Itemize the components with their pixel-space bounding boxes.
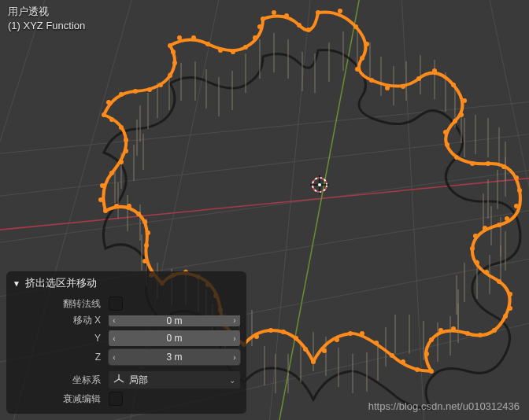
move-z-field[interactable]: ‹ 3 m ›	[109, 349, 240, 365]
svg-point-25	[451, 83, 456, 87]
svg-point-28	[453, 119, 457, 123]
svg-point-100	[119, 92, 124, 97]
svg-point-51	[465, 331, 470, 336]
svg-point-64	[322, 348, 327, 353]
svg-point-24	[432, 68, 437, 73]
svg-point-113	[243, 45, 248, 50]
decrement-icon[interactable]: ‹	[109, 349, 120, 365]
svg-point-125	[318, 183, 321, 186]
svg-point-15	[338, 9, 342, 13]
svg-point-97	[109, 117, 114, 122]
orientation-label: 坐标系	[6, 374, 109, 387]
svg-point-63	[335, 337, 339, 342]
svg-point-101	[133, 89, 138, 94]
svg-point-99	[106, 100, 111, 105]
flip-normals-label: 翻转法线	[6, 297, 109, 311]
svg-point-110	[205, 42, 210, 46]
move-x-field[interactable]: ‹ 0 m ›	[109, 315, 240, 326]
svg-point-107	[168, 43, 172, 48]
svg-point-40	[483, 226, 487, 230]
increment-icon[interactable]: ›	[229, 349, 240, 365]
move-y-label: Y	[6, 333, 109, 344]
svg-point-48	[503, 314, 508, 319]
svg-point-52	[451, 326, 456, 331]
svg-point-59	[390, 353, 394, 358]
svg-point-54	[429, 337, 434, 342]
increment-icon[interactable]: ›	[229, 316, 240, 325]
svg-point-43	[475, 260, 479, 265]
svg-point-39	[497, 223, 501, 227]
svg-point-87	[127, 204, 131, 208]
svg-point-56	[429, 369, 434, 374]
svg-point-119	[297, 23, 301, 28]
svg-point-88	[114, 204, 119, 208]
svg-point-18	[360, 56, 364, 61]
svg-point-108	[177, 35, 182, 40]
svg-point-70	[254, 334, 259, 339]
svg-point-90	[98, 197, 103, 202]
svg-point-104	[168, 73, 172, 78]
decrement-icon[interactable]: ‹	[109, 330, 120, 346]
orientation-dropdown[interactable]: 局部 ⌄	[109, 371, 240, 389]
svg-point-62	[348, 331, 353, 336]
svg-point-44	[484, 270, 489, 274]
svg-point-27	[459, 112, 464, 117]
svg-point-118	[284, 13, 289, 18]
svg-point-84	[146, 230, 150, 235]
svg-point-89	[103, 208, 108, 213]
svg-point-68	[281, 330, 286, 334]
operator-panel: ▼ 挤出选区并移动 翻转法线 移动 X ‹ 0 m › Y ‹ 0 m › Z	[6, 271, 246, 414]
chevron-down-icon: ⌄	[229, 376, 235, 385]
operator-panel-header[interactable]: ▼ 挤出选区并移动	[6, 271, 246, 295]
increment-icon[interactable]: ›	[229, 330, 240, 346]
svg-point-114	[253, 35, 257, 40]
decrement-icon[interactable]: ‹	[109, 316, 120, 325]
svg-point-26	[462, 98, 467, 103]
svg-line-127	[114, 379, 119, 382]
orientation-local-icon	[113, 374, 124, 387]
svg-point-85	[142, 219, 147, 224]
svg-point-47	[508, 306, 512, 311]
svg-point-29	[443, 130, 448, 134]
svg-point-49	[492, 328, 497, 333]
disclosure-triangle-icon: ▼	[13, 279, 20, 288]
svg-point-34	[501, 164, 506, 169]
svg-point-23	[416, 76, 421, 81]
move-z-label: Z	[6, 352, 109, 363]
svg-point-14	[316, 10, 320, 15]
viewport-view-mode: 用户透视	[8, 5, 85, 19]
svg-point-19	[355, 67, 360, 72]
svg-point-17	[364, 42, 369, 46]
svg-point-116	[261, 17, 265, 21]
svg-point-95	[124, 138, 128, 142]
operator-panel-title: 挤出选区并移动	[25, 276, 97, 290]
flip-normals-checkbox[interactable]	[109, 297, 123, 311]
svg-point-82	[142, 259, 147, 263]
svg-point-60	[374, 341, 379, 345]
svg-point-32	[470, 161, 475, 166]
svg-point-106	[171, 50, 176, 54]
proportional-checkbox[interactable]	[109, 392, 123, 406]
viewport-object-label: (1) XYZ Function	[8, 19, 85, 33]
svg-point-37	[514, 204, 519, 208]
svg-point-83	[144, 243, 149, 248]
svg-point-22	[401, 84, 405, 89]
svg-point-30	[445, 142, 449, 147]
move-x-label: 移动 X	[6, 314, 109, 327]
svg-point-50	[478, 333, 483, 337]
svg-point-53	[438, 328, 443, 333]
svg-point-109	[191, 35, 196, 40]
svg-point-102	[147, 87, 152, 92]
svg-point-16	[353, 24, 358, 29]
svg-point-21	[385, 86, 390, 90]
move-y-field[interactable]: ‹ 0 m ›	[109, 330, 240, 346]
svg-point-93	[119, 160, 124, 164]
svg-point-96	[119, 125, 124, 130]
svg-point-57	[415, 367, 420, 372]
svg-point-98	[102, 112, 106, 117]
svg-point-66	[303, 347, 308, 352]
svg-point-35	[514, 175, 519, 180]
svg-point-38	[505, 216, 509, 221]
svg-point-46	[508, 292, 512, 297]
svg-point-120	[306, 28, 311, 32]
